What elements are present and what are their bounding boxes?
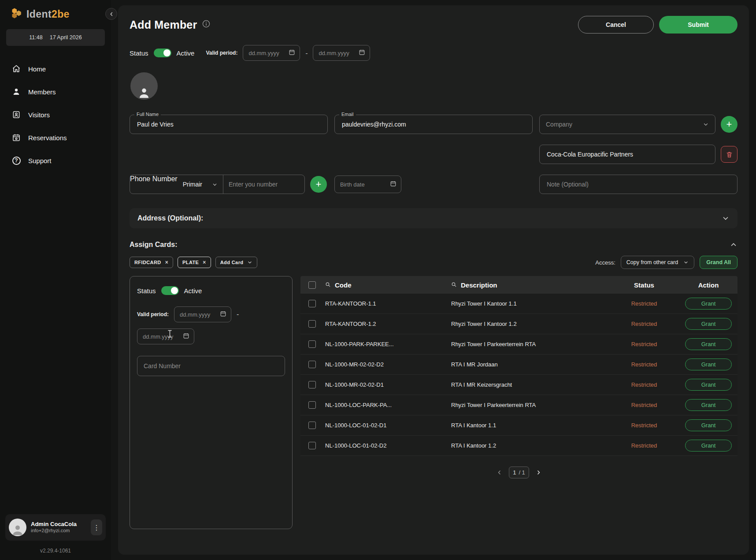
user-menu-kebab-icon[interactable]: ⋮ <box>91 519 102 535</box>
grant-all-button[interactable]: Grand All <box>700 256 737 269</box>
card-valid-from-input[interactable] <box>179 311 217 318</box>
row-checkbox[interactable] <box>308 422 316 429</box>
card-status-value: Active <box>184 287 202 295</box>
row-checkbox[interactable] <box>308 300 316 307</box>
search-icon[interactable] <box>451 281 457 289</box>
row-checkbox[interactable] <box>308 381 316 388</box>
pagination: 1 / 1 <box>300 467 737 478</box>
cell-status: Restricted <box>609 402 679 408</box>
note-field <box>539 175 737 194</box>
full-name-input[interactable] <box>136 120 321 128</box>
select-all-checkbox[interactable] <box>308 281 316 289</box>
grant-button[interactable]: Grant <box>685 419 732 431</box>
card-valid-to-row <box>137 329 285 344</box>
sidebar-item-home[interactable]: Home <box>5 59 106 78</box>
calendar-icon[interactable] <box>390 180 397 189</box>
table-row: NL-1000-LOC-01-02-D2 RTA I Kantoor 1.2 R… <box>300 436 737 456</box>
card-valid-to-input[interactable] <box>142 333 180 340</box>
app-version: v2.29.4-1061 <box>5 541 106 556</box>
chevron-down-icon <box>683 260 689 265</box>
sidebar-item-support[interactable]: ? Support <box>5 151 106 170</box>
member-avatar-placeholder[interactable] <box>130 72 158 100</box>
grant-button[interactable]: Grant <box>685 318 732 330</box>
page-header: Add Member Cancel Submit <box>130 16 737 34</box>
row-checkbox[interactable] <box>308 401 316 409</box>
time-text: 11:48 <box>29 34 42 41</box>
close-icon[interactable]: × <box>203 260 206 265</box>
grant-button[interactable]: Grant <box>685 399 732 411</box>
row-checkbox[interactable] <box>308 361 316 368</box>
chevron-down-icon[interactable] <box>722 214 730 222</box>
grant-button[interactable]: Grant <box>685 358 732 370</box>
sidebar-item-visitors[interactable]: Visitors <box>5 105 106 124</box>
sidebar-item-members[interactable]: Members <box>5 82 106 101</box>
phone-number-input[interactable] <box>223 175 304 194</box>
valid-to-field[interactable] <box>313 45 370 61</box>
cell-code: NL-1000-PARK-PARKEE... <box>325 341 451 347</box>
grant-button[interactable]: Grant <box>685 440 732 452</box>
access-table: Code Description Status Action <box>300 276 737 478</box>
calendar-icon[interactable] <box>289 49 295 57</box>
copy-from-card-select[interactable]: Copy from other card <box>621 256 694 269</box>
col-code-label: Code <box>335 281 352 289</box>
birth-date-field[interactable] <box>334 175 401 193</box>
page-next-button[interactable] <box>535 469 542 476</box>
calendar-icon[interactable] <box>359 49 365 57</box>
sidebar-collapse-button[interactable] <box>105 8 117 20</box>
card-status-toggle[interactable] <box>161 286 179 295</box>
row-checkbox[interactable] <box>308 320 316 328</box>
email-input[interactable] <box>341 120 526 128</box>
close-icon[interactable]: × <box>165 260 168 265</box>
chip-plate[interactable]: PLATE × <box>178 257 211 268</box>
col-description-label: Description <box>461 281 497 289</box>
remove-company-button[interactable] <box>721 146 737 163</box>
address-section-header[interactable]: Address (Optional): <box>130 208 737 228</box>
submit-button[interactable]: Submit <box>659 16 737 34</box>
info-icon[interactable] <box>202 20 210 30</box>
status-toggle[interactable] <box>154 49 171 57</box>
sidebar-item-label: Reservations <box>28 134 67 142</box>
table-header: Code Description Status Action <box>300 276 737 294</box>
chip-rfidcard[interactable]: RFIDCARD × <box>130 257 173 268</box>
chevron-up-icon[interactable] <box>730 241 737 249</box>
card-valid-to-field[interactable] <box>137 329 194 344</box>
valid-from-field[interactable] <box>243 45 300 61</box>
page-previous-button[interactable] <box>496 469 503 476</box>
visitors-icon <box>11 110 21 119</box>
chevron-left-icon <box>496 469 503 476</box>
sidebar-item-reservations[interactable]: Reservations <box>5 128 106 147</box>
cancel-button[interactable]: Cancel <box>578 16 654 34</box>
cell-description: RTA I Kantoor 1.2 <box>451 442 609 449</box>
card-valid-from-field[interactable] <box>174 306 231 322</box>
add-phone-button[interactable]: + <box>310 176 327 193</box>
grant-button[interactable]: Grant <box>685 298 732 310</box>
cell-description: Rhyzi Tower I Parkeerterrein RTA <box>451 341 609 347</box>
calendar-icon[interactable] <box>183 332 189 341</box>
member-form: Full Name Email Company + <box>130 115 737 194</box>
card-number-input[interactable] <box>143 362 279 370</box>
assign-cards-header[interactable]: Assign Cards: <box>130 241 737 249</box>
calendar-icon[interactable] <box>220 310 226 319</box>
members-icon <box>11 87 21 97</box>
valid-from-input[interactable] <box>248 49 286 57</box>
note-input[interactable] <box>546 180 731 188</box>
card-type-chips: RFIDCARD × PLATE × Add Card Access: Copy… <box>130 256 737 269</box>
search-icon[interactable] <box>325 281 331 289</box>
grant-button[interactable]: Grant <box>685 338 732 350</box>
user-card[interactable]: Admin CocaCola info+2@rhyzi.com ⋮ <box>5 514 106 541</box>
cell-code: NL-1000-LOC-PARK-PA... <box>325 402 451 408</box>
valid-to-input[interactable] <box>318 49 356 57</box>
row-checkbox[interactable] <box>308 340 316 348</box>
grant-button[interactable]: Grant <box>685 379 732 391</box>
assign-cards-body: Status Active Valid period: - <box>130 276 737 529</box>
birth-date-input[interactable] <box>339 181 387 188</box>
row-checkbox[interactable] <box>308 442 316 449</box>
company-selected-input[interactable] <box>546 150 709 158</box>
cell-code: NL-1000-LOC-01-02-D1 <box>325 422 451 429</box>
add-company-button[interactable]: + <box>721 116 737 133</box>
add-card-button[interactable]: Add Card <box>215 257 258 268</box>
cell-code: NL-1000-MR-02-02-D2 <box>325 361 451 368</box>
phone-type-select[interactable]: Primair <box>178 175 223 194</box>
company-select[interactable]: Company <box>539 115 715 134</box>
table-row: NL-1000-MR-02-02-D2 RTA I MR Jordaan Res… <box>300 355 737 375</box>
